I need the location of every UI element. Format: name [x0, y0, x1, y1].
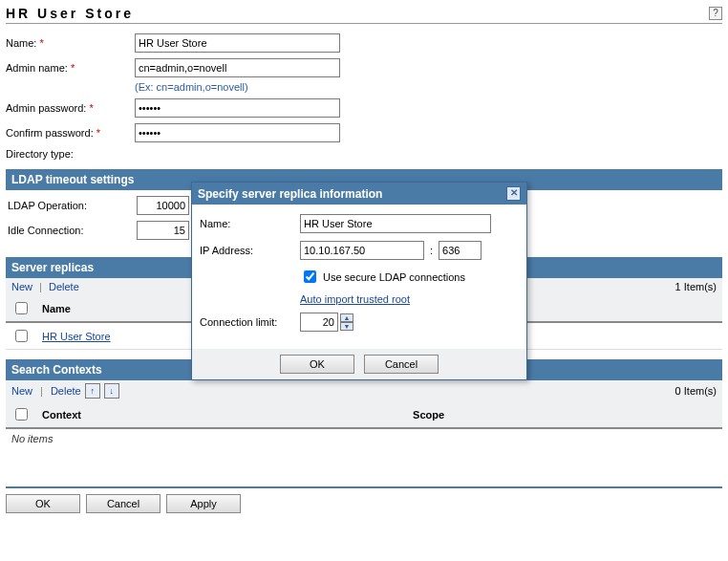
apply-button[interactable]: Apply: [166, 494, 241, 513]
conn-limit-down-icon[interactable]: ▼: [340, 322, 353, 331]
idle-connection-input[interactable]: [137, 221, 189, 240]
replica-name-link[interactable]: HR User Store: [42, 331, 111, 342]
confirm-password-label: Confirm password: *: [6, 127, 135, 139]
name-label: Name: *: [6, 37, 135, 49]
replicas-checkall[interactable]: [15, 302, 28, 314]
dialog-cancel-button[interactable]: Cancel: [364, 355, 439, 374]
admin-name-hint: (Ex: cn=admin,o=novell): [135, 81, 722, 93]
move-down-icon[interactable]: ↓: [104, 383, 119, 399]
ldap-operation-input[interactable]: [137, 196, 189, 215]
replicas-delete-link[interactable]: Delete: [49, 281, 79, 292]
contexts-checkall[interactable]: [15, 408, 28, 421]
port-separator: :: [430, 245, 433, 256]
admin-password-label: Admin password: *: [6, 102, 135, 114]
contexts-no-items: No items: [6, 429, 722, 448]
replica-row-checkbox[interactable]: [15, 330, 28, 342]
move-up-icon[interactable]: ↑: [85, 383, 100, 399]
contexts-col-context: Context: [36, 401, 407, 428]
close-icon[interactable]: ✕: [506, 186, 521, 201]
admin-name-label: Admin name: *: [6, 62, 135, 74]
dialog-name-input[interactable]: [300, 214, 491, 233]
dialog-ip-label: IP Address:: [200, 245, 300, 256]
admin-name-input[interactable]: [135, 58, 340, 77]
help-icon[interactable]: ?: [709, 7, 722, 20]
name-input[interactable]: [135, 33, 340, 53]
contexts-table: Context Scope: [6, 401, 722, 429]
replica-dialog: Specify server replica information ✕ Nam…: [191, 182, 527, 380]
conn-limit-up-icon[interactable]: ▲: [340, 313, 353, 322]
dialog-ip-input[interactable]: [300, 241, 424, 260]
admin-password-input[interactable]: [135, 98, 340, 118]
ok-button[interactable]: OK: [6, 494, 80, 513]
cancel-button[interactable]: Cancel: [86, 494, 161, 513]
contexts-new-link[interactable]: New: [11, 385, 32, 397]
dialog-ok-button[interactable]: OK: [280, 355, 354, 374]
dialog-title: Specify server replica information: [198, 187, 382, 201]
separator: |: [40, 385, 43, 397]
idle-connection-label: Idle Connection:: [8, 225, 137, 236]
directory-type-label: Directory type:: [6, 148, 135, 160]
contexts-count: 0 Item(s): [675, 385, 717, 397]
ldap-operation-label: LDAP Operation:: [8, 200, 137, 211]
conn-limit-input[interactable]: [300, 313, 338, 332]
secure-ldap-checkbox[interactable]: [304, 270, 316, 283]
replicas-new-link[interactable]: New: [11, 281, 32, 292]
contexts-col-scope: Scope: [407, 401, 722, 428]
dialog-port-input[interactable]: [439, 241, 482, 260]
contexts-delete-link[interactable]: Delete: [51, 385, 81, 397]
dialog-name-label: Name:: [200, 218, 300, 229]
conn-limit-label: Connection limit:: [200, 316, 300, 328]
secure-ldap-label: Use secure LDAP connections: [323, 271, 465, 283]
page-title: HR User Store: [6, 6, 134, 21]
auto-import-link[interactable]: Auto import trusted root: [300, 293, 410, 305]
confirm-password-input[interactable]: [135, 123, 340, 142]
separator: |: [39, 281, 42, 292]
replicas-count: 1 Item(s): [675, 281, 717, 292]
